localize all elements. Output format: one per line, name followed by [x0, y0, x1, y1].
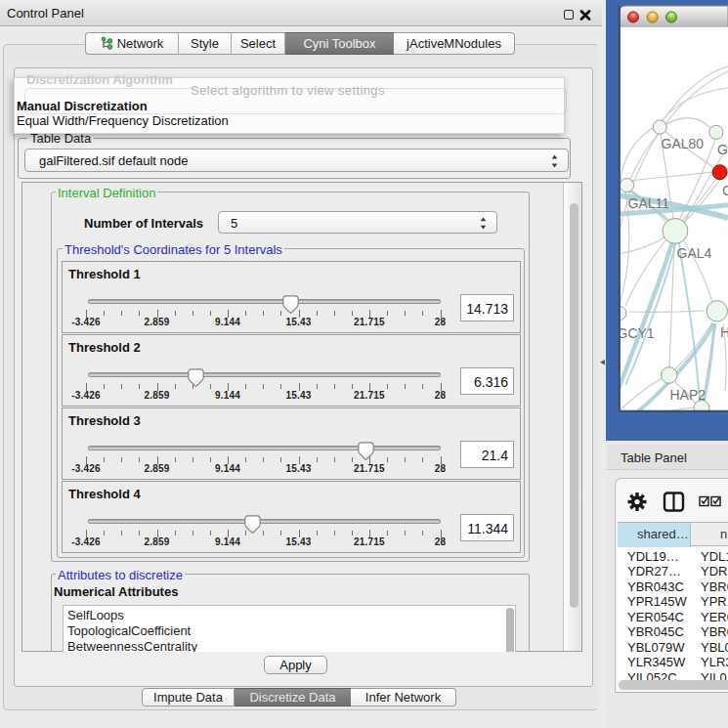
svg-text:GA: GA	[717, 142, 728, 157]
svg-text:C: C	[722, 183, 728, 198]
svg-text:GCY1: GCY1	[618, 325, 655, 341]
svg-text:GAL4: GAL4	[677, 245, 712, 261]
svg-text:GAL80: GAL80	[662, 136, 705, 151]
svg-text:H: H	[720, 324, 728, 340]
svg-text:HAP2: HAP2	[670, 387, 707, 403]
svg-text:GAL11: GAL11	[628, 195, 670, 211]
